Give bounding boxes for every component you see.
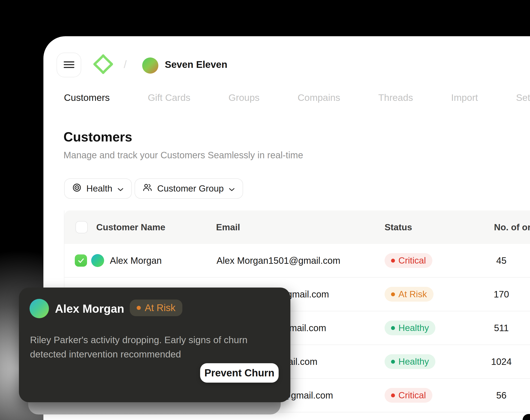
users-icon — [143, 183, 152, 194]
tab-compains[interactable]: Compains — [297, 92, 340, 104]
check-icon — [78, 255, 85, 266]
status-badge: Critical — [384, 253, 432, 268]
customer-email: Alex Morgan1501@gmail.com — [217, 255, 340, 266]
health-filter-button[interactable]: Health — [64, 178, 132, 199]
orders-count: 511 — [485, 323, 517, 333]
chevron-down-icon — [118, 184, 123, 194]
tab-threads[interactable]: Threads — [378, 92, 413, 104]
customer-email: mail.com — [289, 323, 326, 333]
customer-group-filter-button[interactable]: Customer Group — [134, 178, 243, 199]
status-badge: Healthy — [384, 320, 435, 335]
customer-avatar — [29, 299, 49, 318]
customer-avatar — [91, 254, 104, 267]
workspace-avatar — [142, 58, 158, 74]
orders-count: 45 — [485, 255, 517, 266]
churn-alert-card: Alex Morgan At Risk Riley Parker's activ… — [19, 288, 290, 402]
status-dot — [391, 326, 395, 330]
page-subtitle: Manage and track your Customers Seamless… — [63, 150, 303, 160]
tab-gift-cards[interactable]: Gift Cards — [148, 92, 191, 104]
row-checkbox[interactable] — [75, 255, 87, 267]
status-badge: Healthy — [384, 354, 435, 369]
tab-groups[interactable]: Groups — [229, 92, 259, 104]
orders-count: 1024 — [485, 357, 517, 367]
table-header: Customer Name Email Status No. of orders — [64, 210, 530, 244]
tab-bar: Customers Gift Cards Groups Compains Thr… — [64, 92, 530, 104]
tooltip-status-badge: At Risk — [130, 300, 182, 316]
churn-alert-message: Riley Parker's activity dropping. Early … — [30, 333, 264, 361]
chevron-down-icon — [229, 184, 235, 194]
breadcrumb-separator: / — [124, 58, 127, 71]
select-all-checkbox[interactable] — [75, 221, 88, 233]
status-dot — [137, 306, 141, 310]
status-dot — [391, 259, 395, 263]
customer-email: gmail.com — [287, 289, 329, 300]
target-icon — [73, 183, 81, 194]
tab-import[interactable]: Import — [451, 92, 478, 104]
menu-button[interactable] — [57, 53, 81, 77]
orders-count: 170 — [485, 289, 517, 300]
status-dot — [391, 360, 395, 364]
customer-name: Alex Morgan — [110, 255, 162, 266]
status-badge: Critical — [384, 388, 432, 403]
status-dot — [391, 292, 395, 296]
workspace-name: Seven Eleven — [165, 59, 227, 70]
page-title: Customers — [63, 129, 132, 145]
orders-count: 56 — [485, 390, 517, 401]
customer-group-filter-label: Customer Group — [157, 184, 224, 194]
status-badge: At Risk — [384, 287, 433, 302]
table-row[interactable]: Alex Morgan Alex Morgan1501@gmail.com Cr… — [64, 244, 530, 278]
column-header-status: Status — [384, 222, 412, 232]
column-header-customer-name: Customer Name — [96, 222, 165, 232]
tooltip-customer-name: Alex Morgan — [55, 302, 124, 316]
column-header-orders: No. of orders — [494, 222, 530, 232]
tab-settings[interactable]: Settings — [516, 92, 530, 104]
status-dot — [391, 393, 395, 397]
hamburger-icon — [63, 60, 74, 70]
column-header-email: Email — [216, 222, 240, 232]
clover-logo-icon — [93, 54, 114, 74]
health-filter-label: Health — [86, 184, 112, 194]
tab-customers[interactable]: Customers — [64, 92, 110, 104]
prevent-churn-button[interactable]: Prevent Churn — [200, 363, 279, 383]
